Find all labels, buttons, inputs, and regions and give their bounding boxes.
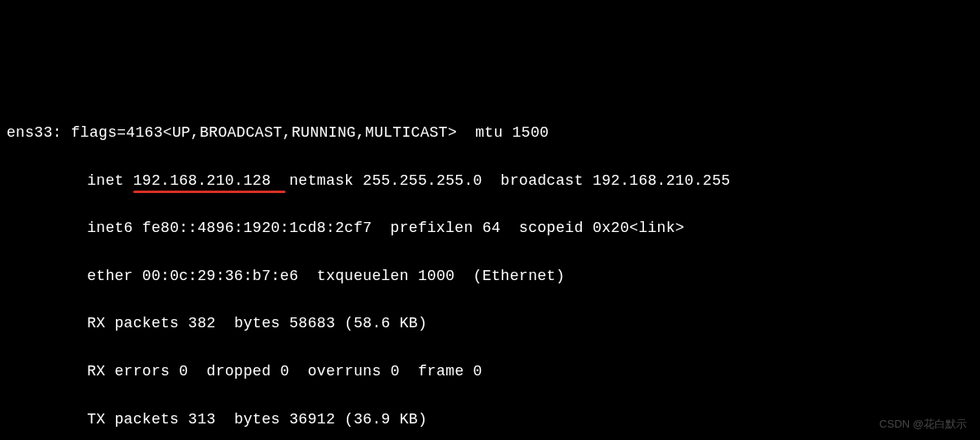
iface-header-line: ens33: flags=4163<UP,BROADCAST,RUNNING,M… — [7, 121, 973, 145]
highlighted-ip: 192.168.210.128 — [133, 169, 271, 193]
terminal-output: ens33: flags=4163<UP,BROADCAST,RUNNING,M… — [7, 97, 973, 440]
rx-packets-line: RX packets 382 bytes 58683 (58.6 KB) — [7, 312, 973, 336]
inet-line: inet 192.168.210.128 netmask 255.255.255… — [7, 169, 973, 193]
iface-name: ens33 — [7, 124, 53, 141]
watermark-text: CSDN @花白默示 — [879, 416, 967, 433]
inet6-line: inet6 fe80::4896:1920:1cd8:2cf7 prefixle… — [7, 216, 973, 240]
tx-packets-line: TX packets 313 bytes 36912 (36.9 KB) — [7, 408, 973, 432]
ether-line: ether 00:0c:29:36:b7:e6 txqueuelen 1000 … — [7, 264, 973, 288]
rx-errors-line: RX errors 0 dropped 0 overruns 0 frame 0 — [7, 360, 973, 384]
